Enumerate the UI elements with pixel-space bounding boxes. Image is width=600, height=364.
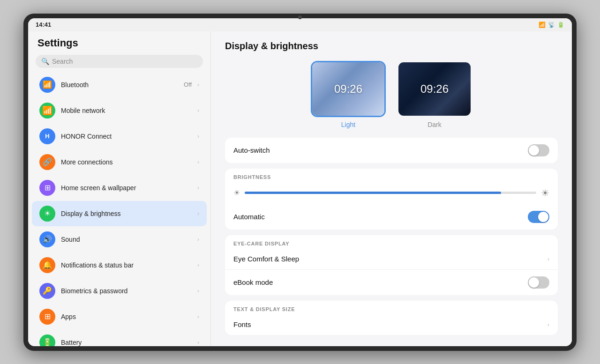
theme-preview-light: 09:26 <box>311 61 386 117</box>
camera <box>298 15 302 19</box>
tablet-screen: 14:41 📶 📡 🔋 Settings 🔍 Search <box>28 18 572 346</box>
sidebar-item-display-brightness[interactable]: ☀ Display & brightness › <box>32 201 207 226</box>
battery-icon: 🔋 <box>557 22 564 28</box>
sidebar-item-honor-connect[interactable]: H HONOR Connect › <box>32 124 207 149</box>
text-display-card: TEXT & DISPLAY SIZE Fonts › <box>225 301 558 335</box>
light-preview-bg: 09:26 <box>312 62 384 116</box>
sidebar-item-apps[interactable]: ⊞ Apps › <box>32 304 207 329</box>
fonts-row[interactable]: Fonts › <box>225 314 558 335</box>
sound-chevron: › <box>197 236 199 243</box>
theme-option-dark[interactable]: 09:26 Dark <box>397 61 472 128</box>
auto-switch-label: Auto-switch <box>233 146 522 154</box>
fonts-chevron: › <box>548 321 549 328</box>
notifications-label: Notifications & status bar <box>61 261 192 269</box>
battery-chevron: › <box>197 339 199 346</box>
eye-comfort-chevron: › <box>548 255 549 262</box>
home-screen-icon: ⊞ <box>39 180 55 196</box>
battery-icon: 🔋 <box>39 334 55 346</box>
theme-option-light[interactable]: 09:26 Light <box>311 61 386 128</box>
display-brightness-icon: ☀ <box>39 206 55 222</box>
eye-care-section-label: EYE-CARE DISPLAY <box>225 235 558 248</box>
sound-icon: 🔊 <box>39 231 55 247</box>
more-connections-chevron: › <box>197 159 199 165</box>
dark-label: Dark <box>428 121 442 128</box>
panel-title: Display & brightness <box>225 41 558 52</box>
honor-connect-chevron: › <box>197 133 199 140</box>
tablet-frame: 14:41 📶 📡 🔋 Settings 🔍 Search <box>23 14 577 351</box>
home-screen-label: Home screen & wallpaper <box>61 184 192 192</box>
eye-care-card: EYE-CARE DISPLAY Eye Comfort & Sleep › e… <box>225 235 558 295</box>
sound-label: Sound <box>61 236 192 243</box>
main-content: Settings 🔍 Search 📶 Bluetooth Off › <box>28 31 572 346</box>
sidebar-item-biometrics[interactable]: 🔑 Biometrics & password › <box>32 278 207 304</box>
light-label: Light <box>341 121 355 128</box>
sidebar-item-more-connections[interactable]: 🔗 More connections › <box>32 149 207 175</box>
auto-switch-toggle[interactable] <box>528 144 549 156</box>
biometrics-label: Biometrics & password <box>61 287 192 295</box>
sidebar-title: Settings <box>28 31 210 53</box>
bluetooth-chevron: › <box>197 82 199 88</box>
sidebar-item-bluetooth[interactable]: 📶 Bluetooth Off › <box>32 72 207 97</box>
light-time: 09:26 <box>334 82 362 96</box>
fonts-label: Fonts <box>233 320 542 328</box>
notifications-icon: 🔔 <box>39 257 55 273</box>
bluetooth-label: Bluetooth <box>61 81 178 89</box>
automatic-brightness-label: Automatic <box>233 213 522 221</box>
bluetooth-icon: 📶 <box>39 77 55 93</box>
sidebar-item-sound[interactable]: 🔊 Sound › <box>32 227 207 252</box>
notifications-chevron: › <box>197 262 199 268</box>
search-icon: 🔍 <box>41 58 49 65</box>
sidebar-item-mobile-network[interactable]: 📶 Mobile network › <box>32 98 207 123</box>
eye-comfort-label: Eye Comfort & Sleep <box>233 255 542 263</box>
auto-switch-knob <box>529 145 539 156</box>
status-time: 14:41 <box>36 21 51 28</box>
sidebar-list: 📶 Bluetooth Off › 📶 Mobile network › <box>28 72 210 346</box>
brightness-row: ☀ ☀ <box>225 182 558 204</box>
brightness-low-icon: ☀ <box>233 188 240 197</box>
mobile-network-chevron: › <box>197 107 199 114</box>
search-bar[interactable]: 🔍 Search <box>36 55 203 68</box>
brightness-section-label: BRIGHTNESS <box>225 169 558 182</box>
auto-switch-card: Auto-switch <box>225 138 558 163</box>
sidebar-item-notifications[interactable]: 🔔 Notifications & status bar › <box>32 253 207 278</box>
honor-connect-label: HONOR Connect <box>61 133 192 140</box>
more-connections-icon: 🔗 <box>39 154 55 170</box>
sidebar-item-battery[interactable]: 🔋 Battery › <box>32 330 207 346</box>
eye-comfort-row[interactable]: Eye Comfort & Sleep › <box>225 248 558 270</box>
apps-icon: ⊞ <box>39 309 55 325</box>
sidebar-item-home-screen[interactable]: ⊞ Home screen & wallpaper › <box>32 175 207 201</box>
biometrics-chevron: › <box>197 288 199 294</box>
sidebar: Settings 🔍 Search 📶 Bluetooth Off › <box>28 31 211 346</box>
ebook-mode-row: eBook mode <box>225 270 558 295</box>
dark-time: 09:26 <box>420 82 449 96</box>
mobile-network-label: Mobile network <box>61 107 192 114</box>
theme-preview-dark: 09:26 <box>397 61 472 117</box>
signal-icon: 📶 <box>539 22 546 28</box>
status-icons: 📶 📡 🔋 <box>539 22 564 28</box>
brightness-card: BRIGHTNESS ☀ ☀ Automatic <box>225 169 558 230</box>
more-connections-label: More connections <box>61 158 192 166</box>
search-placeholder: Search <box>52 58 73 65</box>
apps-label: Apps <box>61 313 192 320</box>
biometrics-icon: 🔑 <box>39 283 55 299</box>
ebook-mode-knob <box>529 277 539 288</box>
ebook-mode-toggle[interactable] <box>528 276 549 289</box>
auto-switch-row: Auto-switch <box>225 138 558 163</box>
right-panel: Display & brightness 09:26 Light <box>211 31 572 346</box>
brightness-fill <box>245 192 501 194</box>
battery-label: Battery <box>61 339 192 346</box>
wifi-icon: 📡 <box>548 22 555 28</box>
theme-selector: 09:26 Light 09:26 Dark <box>225 61 558 128</box>
dark-preview-bg: 09:26 <box>398 62 471 116</box>
automatic-brightness-toggle[interactable] <box>528 211 549 223</box>
mobile-network-icon: 📶 <box>39 103 55 119</box>
honor-connect-icon: H <box>39 128 55 144</box>
bluetooth-value: Off <box>184 81 192 88</box>
ebook-mode-label: eBook mode <box>233 278 522 286</box>
home-screen-chevron: › <box>197 185 199 191</box>
automatic-brightness-row: Automatic <box>225 204 558 230</box>
brightness-slider[interactable] <box>245 192 536 194</box>
brightness-high-icon: ☀ <box>541 187 549 199</box>
status-bar: 14:41 📶 📡 🔋 <box>28 18 572 31</box>
apps-chevron: › <box>197 313 199 320</box>
